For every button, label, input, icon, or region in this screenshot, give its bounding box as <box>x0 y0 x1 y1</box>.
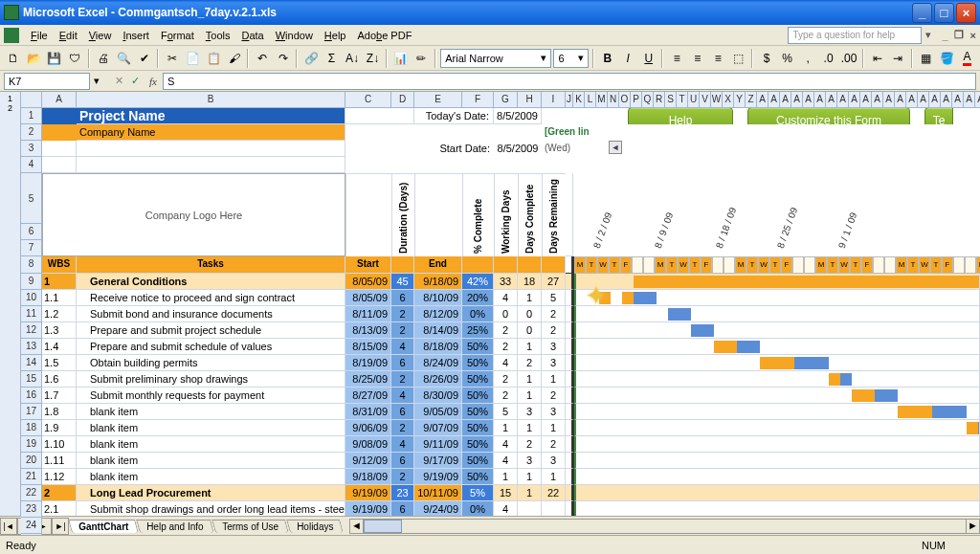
cell-start[interactable]: 9/12/09 <box>345 453 391 469</box>
cell-dc[interactable]: 2 <box>518 355 542 371</box>
print-preview-icon[interactable]: 🔍 <box>114 48 132 69</box>
cell-wbs[interactable]: 1.5 <box>42 355 77 371</box>
name-box-dropdown-icon[interactable]: ▾ <box>94 75 100 87</box>
align-left-icon[interactable]: ≡ <box>667 48 685 69</box>
cell-task[interactable]: Submit preliminary shop drawings <box>77 371 345 388</box>
cell-dr[interactable]: 3 <box>542 404 566 420</box>
menu-format[interactable]: Format <box>155 28 200 43</box>
borders-icon[interactable]: ▦ <box>917 48 935 69</box>
cell-wbs[interactable]: 1.12 <box>42 469 77 485</box>
col-header[interactable]: A <box>929 92 941 108</box>
start-date-value[interactable]: 8/5/2009 <box>494 141 542 157</box>
cell-wbs[interactable]: 1.11 <box>42 453 77 469</box>
cell-wd[interactable]: 4 <box>494 436 518 453</box>
redo-icon[interactable]: ↷ <box>274 48 292 69</box>
italic-icon[interactable]: I <box>618 48 636 69</box>
table-row[interactable]: 2Long Lead Procurement9/19/092310/11/095… <box>42 485 980 501</box>
col-header[interactable]: J <box>566 92 573 108</box>
cell-wd[interactable]: 4 <box>494 453 518 469</box>
col-header[interactable]: A <box>964 92 975 108</box>
row-headers[interactable]: 1 2 3 4 5 6 7 8 910111213141516171819202… <box>21 108 42 535</box>
cell-dr[interactable]: 3 <box>542 355 566 371</box>
cell-dc[interactable]: 3 <box>518 404 542 420</box>
table-row[interactable]: 1.3Prepare and submit project schedule8/… <box>42 322 980 339</box>
cell-end[interactable]: 8/18/09 <box>414 339 462 355</box>
sheet-tab-terms[interactable]: Terms of Use <box>212 520 289 533</box>
bold-icon[interactable]: B <box>598 48 616 69</box>
cell-dr[interactable]: 2 <box>542 388 566 404</box>
cell-duration[interactable]: 4 <box>391 388 414 404</box>
col-header[interactable]: A <box>757 92 768 108</box>
cell-start[interactable]: 8/05/09 <box>345 290 391 306</box>
gantt-bar-area[interactable] <box>574 371 980 388</box>
comma-icon[interactable]: , <box>798 48 816 69</box>
cell-task[interactable]: General Conditions <box>77 274 345 290</box>
cell-end[interactable]: 8/24/09 <box>414 355 462 371</box>
copy-icon[interactable]: 📄 <box>184 48 202 69</box>
gantt-bar-area[interactable] <box>574 355 980 371</box>
cell-duration[interactable]: 2 <box>391 371 414 388</box>
insert-function-icon[interactable]: fx <box>149 76 157 87</box>
tab-nav-last-icon[interactable]: ►| <box>52 518 69 535</box>
hyperlink-icon[interactable]: 🔗 <box>301 48 320 69</box>
menu-tools[interactable]: Tools <box>200 28 236 43</box>
col-header[interactable]: K <box>573 92 585 108</box>
table-row[interactable]: 1.8blank item8/31/0969/05/0950%533 <box>42 404 980 420</box>
cell-start[interactable]: 9/06/09 <box>345 420 391 436</box>
drawing-icon[interactable]: ✏ <box>412 48 431 69</box>
cell-end[interactable]: 8/14/09 <box>414 322 462 339</box>
open-icon[interactable]: 📂 <box>24 48 42 69</box>
cell-end[interactable]: 9/11/09 <box>414 436 462 453</box>
sheet-tab-help[interactable]: Help and Info <box>136 520 213 533</box>
cell-pct[interactable]: 0% <box>462 306 494 322</box>
row-header[interactable]: 24 <box>21 518 42 534</box>
cell-pct[interactable]: 50% <box>462 371 494 388</box>
col-header[interactable]: L <box>585 92 596 108</box>
cell-end[interactable]: 9/17/09 <box>414 453 462 469</box>
cell-duration[interactable]: 2 <box>391 469 414 485</box>
gantt-bar-area[interactable] <box>574 339 980 355</box>
menu-adobe-pdf[interactable]: Adobe PDF <box>351 28 417 43</box>
cell-end[interactable]: 8/26/09 <box>414 371 462 388</box>
cell-dc[interactable]: 0 <box>518 322 542 339</box>
cell-dc[interactable]: 18 <box>518 274 542 290</box>
cell-pct[interactable]: 50% <box>462 404 494 420</box>
col-header[interactable]: M <box>596 92 608 108</box>
row-header[interactable]: 1 <box>21 108 42 124</box>
menu-view[interactable]: View <box>83 28 118 43</box>
close-button[interactable]: × <box>956 3 976 23</box>
gantt-bar-area[interactable] <box>574 274 980 290</box>
outline-column[interactable]: 12 <box>0 92 21 535</box>
enter-formula-icon[interactable]: ✓ <box>131 75 140 87</box>
cell-wd[interactable]: 15 <box>494 485 518 501</box>
row-header[interactable]: 20 <box>21 453 42 469</box>
cell-dr[interactable]: 2 <box>542 322 566 339</box>
row-header[interactable]: 8 <box>21 256 42 274</box>
gantt-bar-area[interactable] <box>574 469 980 485</box>
increase-decimal-icon[interactable]: .0 <box>819 48 837 69</box>
cell-wbs[interactable]: 2 <box>42 485 77 501</box>
row-header[interactable]: 9 <box>21 274 42 290</box>
row-header[interactable]: 13 <box>21 339 42 355</box>
cell-task[interactable]: Receive notice to proceed and sign contr… <box>77 290 345 306</box>
sort-desc-icon[interactable]: Z↓ <box>364 48 382 69</box>
scroll-thumb[interactable] <box>364 520 402 533</box>
cell-end[interactable]: 8/30/09 <box>414 388 462 404</box>
col-header[interactable]: A <box>883 92 895 108</box>
cell-task[interactable]: Obtain building permits <box>77 355 345 371</box>
merge-icon[interactable]: ⬚ <box>729 48 747 69</box>
cell-wbs[interactable]: 1.10 <box>42 436 77 453</box>
gantt-bar-area[interactable] <box>574 453 980 469</box>
cell-duration[interactable]: 6 <box>391 453 414 469</box>
col-header[interactable]: A <box>849 92 860 108</box>
row-header[interactable]: 2 <box>21 124 42 141</box>
row-header[interactable]: 6 <box>21 224 42 240</box>
menu-window[interactable]: Window <box>270 28 319 43</box>
col-header[interactable]: A <box>768 92 780 108</box>
cell-wbs[interactable]: 1.8 <box>42 404 77 420</box>
gantt-bar-area[interactable] <box>574 306 980 322</box>
todays-date-value[interactable]: 8/5/2009 <box>494 108 542 124</box>
table-row[interactable]: 1.9blank item9/06/0929/07/0950%111 <box>42 420 980 436</box>
cell-pct[interactable]: 50% <box>462 339 494 355</box>
col-header[interactable]: V <box>700 92 711 108</box>
